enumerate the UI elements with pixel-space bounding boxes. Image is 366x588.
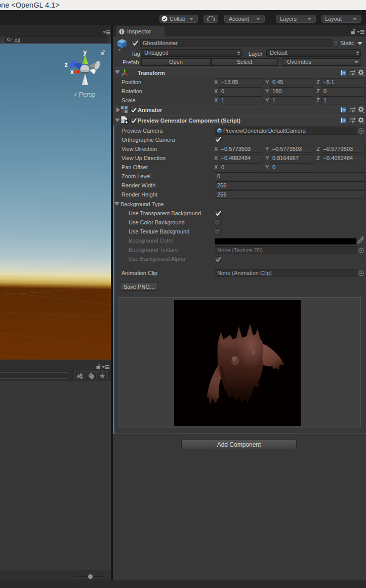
svg-text:?: ? (343, 71, 345, 75)
svg-text:z: z (65, 61, 68, 68)
svg-text:x: x (70, 68, 74, 75)
svg-text:?: ? (343, 108, 345, 112)
svg-text:?: ? (343, 119, 345, 123)
svg-text:y: y (84, 49, 87, 56)
